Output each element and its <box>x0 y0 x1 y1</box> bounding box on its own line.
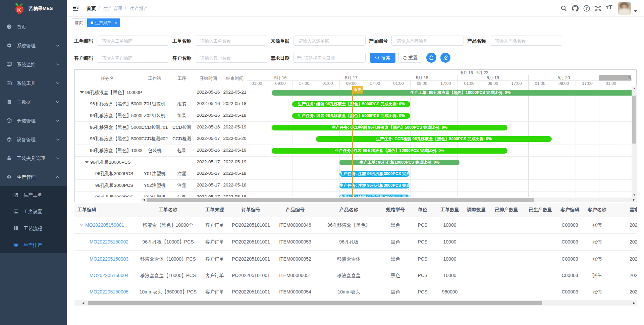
svg-text:K: K <box>17 7 21 13</box>
svg-text:?: ? <box>585 6 588 10</box>
